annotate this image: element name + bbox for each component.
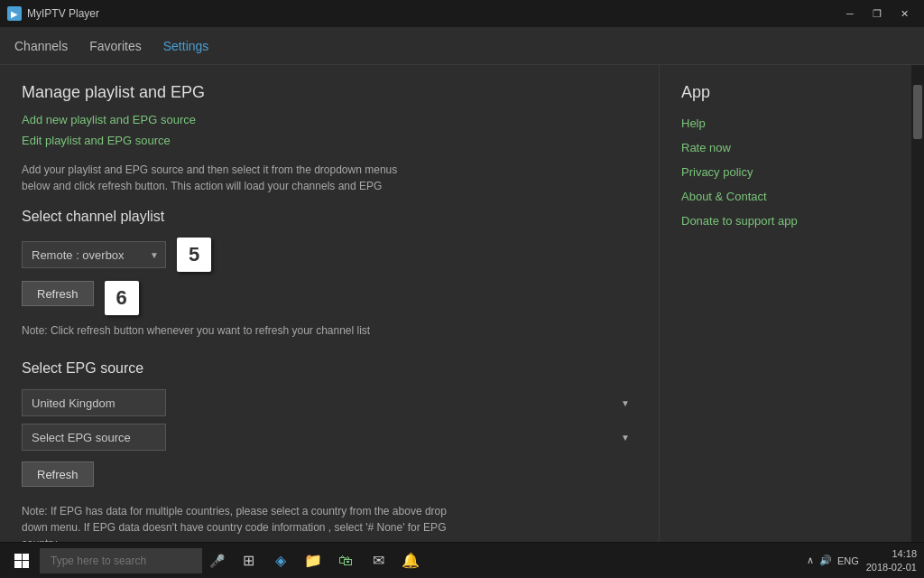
taskbar-search-input[interactable] <box>40 548 202 573</box>
windows-logo <box>14 554 29 568</box>
task-view-icon[interactable]: ⊞ <box>236 548 261 573</box>
nav-settings[interactable]: Settings <box>163 35 209 57</box>
about-link[interactable]: About & Contact <box>681 190 890 203</box>
nav-bar: Channels Favorites Settings <box>0 27 924 65</box>
volume-label: ENG <box>837 555 859 566</box>
taskbar-app-icons: ⊞ ◈ 📁 🛍 ✉ 🔔 <box>236 548 423 573</box>
close-button[interactable]: ✕ <box>892 5 917 23</box>
playlist-note: Note: Click refresh button whenever you … <box>22 322 455 339</box>
epg-section-title: Select EPG source <box>22 360 637 377</box>
title-bar: ▶ MyIPTV Player ─ ❐ ✕ <box>0 0 924 27</box>
nav-favorites[interactable]: Favorites <box>89 35 142 57</box>
title-bar-title: MyIPTV Player <box>27 7 99 20</box>
playlist-section: Select channel playlist Remote : overbox… <box>22 209 637 339</box>
page-heading: Manage playlist and EPG <box>22 83 637 102</box>
clock-time: 14:18 <box>866 547 917 560</box>
nav-channels[interactable]: Channels <box>14 35 68 57</box>
edit-playlist-link[interactable]: Edit playlist and EPG source <box>22 134 637 147</box>
left-panel: Manage playlist and EPG Add new playlist… <box>0 65 659 542</box>
edge-icon[interactable]: ◈ <box>268 548 293 573</box>
title-bar-left: ▶ MyIPTV Player <box>7 6 99 21</box>
playlist-select-wrapper: Remote : overbox ▼ <box>22 241 166 268</box>
microphone-icon[interactable]: 🎤 <box>209 554 225 568</box>
start-button[interactable] <box>7 546 36 575</box>
playlist-refresh-button[interactable]: Refresh <box>22 281 94 306</box>
add-playlist-link[interactable]: Add new playlist and EPG source <box>22 113 637 126</box>
description-text: Add your playlist and EPG source and the… <box>22 162 419 194</box>
clock: 14:18 2018-02-01 <box>866 547 917 573</box>
app-icon: ▶ <box>7 6 22 21</box>
epg-section: Select EPG source United KingdomUSAGerma… <box>22 360 637 542</box>
playlist-section-title: Select channel playlist <box>22 209 637 225</box>
country-dropdown[interactable]: United KingdomUSAGermanyFranceNone <box>22 389 166 416</box>
tray-arrow[interactable]: ∧ <box>807 555 814 566</box>
app-section-title: App <box>681 83 890 102</box>
network-icon: 🔊 <box>819 555 832 566</box>
epg-refresh-button[interactable]: Refresh <box>22 461 94 487</box>
scroll-thumb[interactable] <box>913 85 922 139</box>
epg-note1: Note: If EPG has data for multiple count… <box>22 503 455 542</box>
country-select-wrapper: United KingdomUSAGermanyFranceNone ▼ <box>22 389 637 416</box>
mail-icon[interactable]: ✉ <box>365 548 391 573</box>
system-tray: ∧ 🔊 ENG <box>807 555 859 566</box>
scrollbar[interactable] <box>911 65 924 542</box>
right-panel: App Help Rate now Privacy policy About &… <box>659 65 911 542</box>
epg-dropdowns: United KingdomUSAGermanyFranceNone ▼ Sel… <box>22 389 637 451</box>
help-link[interactable]: Help <box>681 117 890 130</box>
country-dropdown-arrow: ▼ <box>621 398 630 408</box>
epg-source-dropdown-arrow: ▼ <box>621 433 630 443</box>
restore-button[interactable]: ❐ <box>864 5 890 23</box>
taskbar: 🎤 ⊞ ◈ 📁 🛍 ✉ 🔔 ∧ 🔊 ENG 14:18 2018-02-01 <box>0 542 924 578</box>
file-explorer-icon[interactable]: 📁 <box>300 548 326 573</box>
epg-source-dropdown[interactable]: Select EPG source <box>22 424 166 451</box>
clock-date: 2018-02-01 <box>866 561 917 573</box>
privacy-link[interactable]: Privacy policy <box>681 165 890 179</box>
epg-source-select-wrapper: Select EPG source ▼ <box>22 424 637 451</box>
minimize-button[interactable]: ─ <box>837 5 863 23</box>
notification-icon[interactable]: 🔔 <box>398 548 423 573</box>
donate-link[interactable]: Donate to support app <box>681 214 890 228</box>
store-icon[interactable]: 🛍 <box>333 548 358 573</box>
playlist-dropdown[interactable]: Remote : overbox <box>22 241 166 268</box>
taskbar-right: ∧ 🔊 ENG 14:18 2018-02-01 <box>807 547 917 573</box>
step-badge-5: 5 <box>177 238 211 272</box>
main-content: Manage playlist and EPG Add new playlist… <box>0 65 924 542</box>
step-badge-6: 6 <box>105 281 139 315</box>
playlist-dropdown-row: Remote : overbox ▼ 5 <box>22 238 211 272</box>
window-controls: ─ ❐ ✕ <box>837 5 917 23</box>
rate-link[interactable]: Rate now <box>681 141 890 154</box>
